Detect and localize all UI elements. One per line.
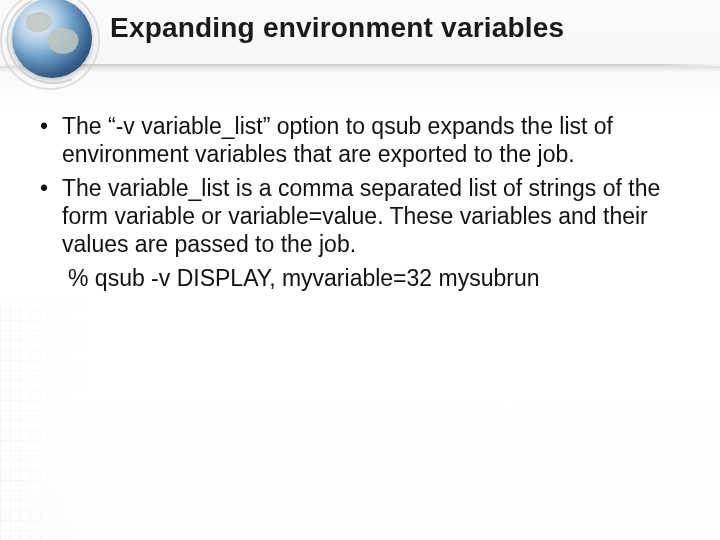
example-command: % qsub -v DISPLAY, myvariable=32 mysubru…	[36, 264, 668, 292]
decorative-grid	[0, 300, 88, 540]
bullet-item: The variable_list is a comma separated l…	[36, 174, 668, 258]
title-area: Expanding environment variables	[110, 12, 680, 44]
bullet-item: The “-v variable_list” option to qsub ex…	[36, 112, 668, 168]
slide: Expanding environment variables The “-v …	[0, 0, 720, 540]
body-area: The “-v variable_list” option to qsub ex…	[36, 112, 668, 292]
title-divider	[0, 62, 720, 74]
slide-title: Expanding environment variables	[110, 12, 680, 44]
globe-icon	[8, 0, 96, 82]
bullet-list: The “-v variable_list” option to qsub ex…	[36, 112, 668, 258]
